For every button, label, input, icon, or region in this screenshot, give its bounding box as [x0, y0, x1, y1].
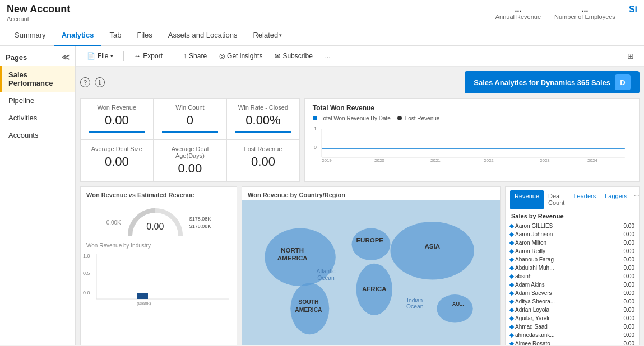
sidebar-item-activities[interactable]: Activities — [0, 109, 75, 127]
sales-tab-laggers[interactable]: Laggers — [600, 190, 632, 209]
top-section: Won Revenue 0.00 Win Count 0 Win Rate - … — [80, 98, 640, 182]
subscribe-icon: ✉ — [275, 52, 280, 60]
export-button[interactable]: ↔ Export — [129, 50, 167, 62]
gauge-area: 0.00K 0.00 $178.08K $178.08K — [81, 200, 237, 241]
row-diamond-icon — [509, 282, 514, 287]
field-employees[interactable]: ... Number of Employees — [554, 4, 615, 20]
content-area: 📄 File ▾ ↔ Export ↑ Share ◎ Get insights… — [76, 46, 644, 345]
svg-text:AU...: AU... — [452, 301, 464, 307]
won-vs-estimated-card: Won Revenue vs Estimated Revenue 0.00K 0… — [80, 186, 237, 345]
sales-tab-deal-count[interactable]: Deal Count — [544, 190, 569, 209]
kpi-avg-deal-size: Average Deal Size 0.00 — [80, 139, 154, 182]
sidebar-item-accounts[interactable]: Accounts — [0, 127, 75, 144]
tab-assets[interactable]: Assets and Locations — [160, 25, 245, 46]
svg-text:2023: 2023 — [540, 158, 550, 163]
svg-text:AFRICA: AFRICA — [362, 286, 386, 292]
world-map-card: Won Revenue by Country/Region — [242, 186, 501, 345]
world-map-svg: Atlantic Ocean Indian Ocean NORTH AMERIC… — [242, 200, 500, 345]
kpi-bar-win-rate — [235, 131, 291, 133]
report-brand: Sales Analytics for Dynamics 365 Sales D — [465, 71, 640, 93]
sales-row-value: 0.00 — [619, 240, 634, 246]
sidebar-collapse-button[interactable]: ≪ — [61, 53, 70, 62]
field-annual-revenue[interactable]: ... Annual Revenue — [495, 4, 541, 20]
legend-lost-dot — [397, 116, 402, 120]
tab-related[interactable]: Related ▾ — [245, 25, 290, 46]
row-diamond-icon — [509, 291, 514, 295]
sales-row-value: 0.00 — [619, 231, 634, 237]
share-button[interactable]: ↑ Share — [179, 50, 211, 62]
legend-won: Total Won Revenue By Date — [313, 115, 391, 121]
kpi-bar-won-revenue — [89, 131, 145, 133]
field-other[interactable]: Si — [629, 4, 637, 15]
sales-table-row: Abdulahi Muh... 0.00 — [506, 264, 639, 272]
legend-lost: Lost Revenue — [397, 115, 440, 121]
svg-text:AMERICA: AMERICA — [277, 255, 308, 261]
file-button[interactable]: 📄 File ▾ — [82, 50, 118, 62]
kpi-lost-revenue: Lost Revenue 0.00 — [226, 139, 300, 182]
sales-row-name: Aaron Milton — [510, 240, 619, 246]
tab-summary[interactable]: Summary — [7, 25, 54, 46]
sales-row-value: 0.00 — [619, 298, 634, 305]
export-icon: ↔ — [134, 52, 141, 60]
sales-table-row: Ahmad Saad 0.00 — [506, 322, 639, 331]
tab-files[interactable]: Files — [129, 25, 160, 46]
brand-icon: D — [615, 74, 631, 90]
sales-row-value: 0.00 — [619, 256, 634, 263]
report-area: ? ℹ Sales Analytics for Dynamics 365 Sal… — [76, 67, 644, 345]
expand-button[interactable]: ⊞ — [624, 49, 637, 63]
kpi-row-1: Won Revenue 0.00 Win Count 0 Win Rate - … — [80, 98, 300, 139]
row-diamond-icon — [509, 232, 514, 236]
kpi-row-2: Average Deal Size 0.00 Average Deal Age(… — [80, 139, 300, 182]
svg-text:Ocean: Ocean — [406, 303, 424, 310]
row-diamond-icon — [509, 341, 514, 345]
svg-point-22 — [391, 222, 475, 280]
kpi-win-count: Win Count 0 — [154, 98, 227, 139]
info-icon-1[interactable]: ? — [80, 77, 90, 87]
bottom-section: Won Revenue vs Estimated Revenue 0.00K 0… — [80, 186, 640, 345]
sidebar-item-pipeline[interactable]: Pipeline — [0, 92, 75, 109]
total-won-revenue-card: Total Won Revenue Total Won Revenue By D… — [304, 98, 640, 182]
sales-table-row: Adam Akins 0.00 — [506, 280, 639, 289]
sales-tab-leaders[interactable]: Leaders — [569, 190, 600, 209]
row-diamond-icon — [509, 274, 514, 278]
sales-row-value: 0.00 — [619, 273, 634, 279]
subscribe-button[interactable]: ✉ Subscribe — [270, 50, 317, 62]
sales-table-subtitle: Sales by Revenue — [506, 209, 639, 222]
sales-row-name: Ahmad Saad — [510, 324, 619, 330]
insights-button[interactable]: ◎ Get insights — [215, 50, 267, 62]
sidebar-item-sales-performance[interactable]: Sales Performance — [0, 66, 75, 92]
sales-row-name: ahmedasiamk... — [510, 332, 619, 338]
report-header: ? ℹ Sales Analytics for Dynamics 365 Sal… — [80, 71, 640, 93]
sales-table-body: Aaron GILLIES 0.00 Aaron Johnson 0.00 Aa… — [506, 222, 639, 345]
more-button[interactable]: ... — [321, 50, 335, 62]
svg-text:0: 0 — [314, 144, 317, 150]
top-header: New Account Account ... Annual Revenue .… — [0, 0, 644, 25]
row-diamond-icon — [509, 299, 514, 303]
sales-tab-revenue[interactable]: Revenue — [510, 190, 544, 209]
toolbar: 📄 File ▾ ↔ Export ↑ Share ◎ Get insights… — [76, 46, 644, 67]
svg-text:0.0: 0.0 — [83, 290, 90, 296]
sales-table-row: Aditya Sheora... 0.00 — [506, 297, 639, 306]
sales-table-row: Aaron GILLIES 0.00 — [506, 222, 639, 230]
table-more-button[interactable]: ⋯ — [632, 190, 640, 209]
header-left: New Account Account — [7, 3, 70, 22]
industry-label: Won Revenue by Industry — [81, 241, 237, 250]
tab-tab[interactable]: Tab — [101, 25, 129, 46]
tab-analytics[interactable]: Analytics — [54, 25, 102, 46]
sales-table-row: absinh 0.00 — [506, 272, 639, 280]
sales-row-name: Aaron Johnson — [510, 231, 619, 237]
svg-text:1.0: 1.0 — [83, 253, 90, 259]
sales-table-card: Revenue Deal Count Leaders Laggers ⋯ Sal… — [505, 186, 640, 345]
sales-table-row: ahmedasiamk... 0.00 — [506, 331, 639, 339]
svg-text:2024: 2024 — [587, 158, 597, 163]
kpi-group: Won Revenue 0.00 Win Count 0 Win Rate - … — [80, 98, 300, 182]
sales-table-row: Aimee Rosato 0.00 — [506, 339, 639, 345]
sales-table-row: Abanoub Farag 0.00 — [506, 255, 639, 264]
header-fields: ... Annual Revenue ... Number of Employe… — [495, 4, 637, 20]
sales-table-row: Aaron Johnson 0.00 — [506, 230, 639, 239]
main-layout: Pages ≪ Sales Performance Pipeline Activ… — [0, 46, 644, 345]
row-diamond-icon — [509, 316, 514, 320]
info-icon-2[interactable]: ℹ — [95, 77, 105, 87]
svg-text:1: 1 — [314, 126, 317, 132]
svg-text:2019: 2019 — [322, 158, 332, 163]
